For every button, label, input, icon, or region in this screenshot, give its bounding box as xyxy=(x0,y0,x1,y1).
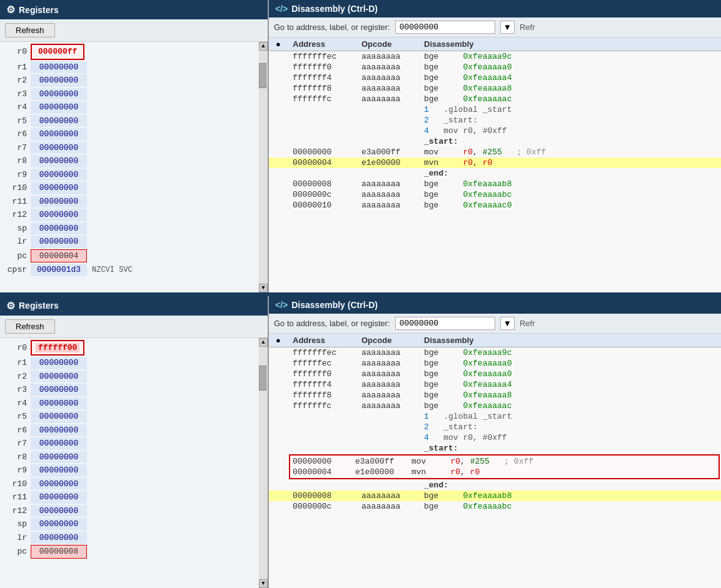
bottom-reg-scrollbar[interactable]: ▲ ▼ xyxy=(259,338,268,589)
bottom-reg-lr: lr 00000000 xyxy=(0,531,259,545)
bottom-reg-scroll-up[interactable]: ▲ xyxy=(259,338,268,347)
top-reg-name-lr: lr xyxy=(3,236,31,248)
bottom-reg-val-r7: 00000000 xyxy=(31,437,87,450)
top-disasm-header: </> Disassembly (Ctrl-D) xyxy=(269,0,721,17)
top-reg-scrollbar[interactable]: ▲ ▼ xyxy=(259,42,268,292)
bottom-reg-val-r5: 00000000 xyxy=(31,411,87,423)
bottom-reg-val-r8: 00000000 xyxy=(31,451,87,464)
bottom-reg-r11: r11 00000000 xyxy=(0,491,259,504)
top-refresh-button[interactable]: Refresh xyxy=(5,23,55,37)
top-label-1: 1 .global _start xyxy=(419,104,721,115)
top-reg-name-pc: pc xyxy=(3,250,31,262)
bottom-disasm-icon: </> xyxy=(275,300,288,310)
bottom-reg-r7: r7 00000000 xyxy=(0,437,259,451)
bottom-registers-title: Registers xyxy=(19,301,59,311)
top-reg-val-r4: 00000000 xyxy=(31,101,87,114)
top-reg-name-r12: r12 xyxy=(3,209,31,221)
bottom-reg-r5: r5 00000000 xyxy=(0,410,259,424)
table-row: fffffff0 aaaaaaaa bge 0xfeaaaaa0 xyxy=(269,369,721,379)
top-reg-r5: r5 00000000 xyxy=(0,114,259,128)
bottom-disassembly-panel: </> Disassembly (Ctrl-D) Go to address, … xyxy=(269,296,721,589)
top-row-addr: fffffff0 xyxy=(288,62,356,72)
top-row-addr: fffffff8 xyxy=(288,83,356,94)
bottom-disasm-toolbar: Go to address, label, or register: ▼ Ref… xyxy=(269,314,721,334)
top-reg-scroll-up[interactable]: ▲ xyxy=(259,42,268,51)
bottom-goto-dropdown[interactable]: ▼ xyxy=(500,317,515,330)
bottom-register-list: r0 ffffff00 r1 00000000 r2 00000000 xyxy=(0,338,259,589)
top-reg-r6: r6 00000000 xyxy=(0,127,259,141)
bottom-reg-name-r0: r0 xyxy=(3,342,31,354)
top-reg-r3: r3 00000000 xyxy=(0,87,259,101)
top-row-bp xyxy=(269,94,288,104)
bottom-label-1: 1 .global _start xyxy=(419,411,721,422)
top-reg-r0: r0 000000ff xyxy=(0,43,259,61)
top-row-opcode: aaaaaaaa xyxy=(356,62,419,72)
bottom-reg-val-r9: 00000000 xyxy=(31,464,87,477)
top-label-2: 2 _start: xyxy=(419,115,721,126)
top-row-bp xyxy=(269,179,288,189)
bottom-end-label: _end: xyxy=(419,480,721,491)
top-reg-val-r9: 00000000 xyxy=(31,169,87,181)
bottom-reg-r0: r0 ffffff00 xyxy=(0,339,259,357)
bottom-registers-header: ⚙ Registers xyxy=(0,296,268,316)
top-row-bp xyxy=(269,62,288,72)
top-row-addr: fffffffc xyxy=(288,94,356,104)
registers-icon: ⚙ xyxy=(6,4,15,16)
table-row: fffffff8 aaaaaaaa bge 0xfeaaaaa8 xyxy=(269,390,721,401)
bottom-registers-scroll: r0 ffffff00 r1 00000000 r2 00000000 xyxy=(0,338,268,589)
bottom-reg-name-r10: r10 xyxy=(3,478,31,491)
table-row: fffffff4 aaaaaaaa bge 0xfeaaaaa4 xyxy=(269,379,721,390)
bottom-refresh-button[interactable]: Refresh xyxy=(5,319,55,334)
top-reg-r4: r4 00000000 xyxy=(0,101,259,114)
top-row-bp xyxy=(269,200,288,211)
top-registers-scroll: r0 000000ff r1 00000000 r2 00000000 xyxy=(0,42,268,292)
top-row-opcode: aaaaaaaa xyxy=(356,189,419,200)
top-row-addr: 00000000 xyxy=(288,147,356,157)
bottom-pane: ⚙ Registers Refresh r0 ffffff00 xyxy=(0,296,721,589)
top-reg-scroll-down[interactable]: ▼ xyxy=(259,284,268,292)
bottom-label-2: 2 _start: xyxy=(419,422,721,432)
top-row-opcode: e3a000ff xyxy=(356,147,419,157)
top-reg-r8: r8 00000000 xyxy=(0,154,259,168)
bottom-reg-name-lr: lr xyxy=(3,532,31,544)
label-row: 1 .global _start xyxy=(269,411,721,422)
top-reg-r2: r2 00000000 xyxy=(0,74,259,87)
bottom-goto-input[interactable] xyxy=(395,317,495,330)
bottom-row-bp xyxy=(269,454,288,480)
top-label-4: 4 mov r0, #0xff xyxy=(419,126,721,136)
bottom-reg-name-sp: sp xyxy=(3,518,31,531)
top-row-opcode: aaaaaaaa xyxy=(356,94,419,104)
bottom-disasm-col-addr: Address xyxy=(288,334,356,347)
top-row-disasm: bge 0xfeaaaab8 xyxy=(419,179,721,189)
top-reg-r9: r9 00000000 xyxy=(0,168,259,182)
bottom-reg-val-r3: 00000000 xyxy=(31,384,87,396)
top-row-bp xyxy=(269,83,288,94)
bottom-reg-val-r2: 00000000 xyxy=(31,371,87,383)
top-start-label: _start: xyxy=(419,136,721,147)
top-reg-scroll-thumb[interactable] xyxy=(259,63,266,88)
top-reg-val-cpsr: 0000001d3 xyxy=(31,264,87,276)
bottom-reg-scroll-thumb[interactable] xyxy=(259,366,266,391)
top-reg-val-r0: 000000ff xyxy=(36,47,79,56)
bottom-reg-scroll-down[interactable]: ▼ xyxy=(259,579,268,588)
top-reg-name-r5: r5 xyxy=(3,115,31,127)
bottom-reg-name-r8: r8 xyxy=(3,451,31,464)
bottom-reg-r2: r2 00000000 xyxy=(0,370,259,384)
table-row-highlighted: 00000004 e1e00000 mvn r0, r0 xyxy=(269,157,721,168)
top-reg-r10: r10 00000000 xyxy=(0,181,259,195)
top-registers-panel: ⚙ Registers Refresh r0 000000ff xyxy=(0,0,269,292)
top-goto-dropdown[interactable]: ▼ xyxy=(500,21,515,34)
main-container: ⚙ Registers Refresh r0 000000ff xyxy=(0,0,721,588)
top-reg-val-r2: 00000000 xyxy=(31,74,87,87)
top-goto-input[interactable] xyxy=(395,21,495,34)
top-row-addr: 0000000c xyxy=(288,189,356,200)
top-reg-r12: r12 00000000 xyxy=(0,208,259,222)
table-row-outlined-mov: 00000000 e3a000ff mov r0, #255 ; 0xff 00… xyxy=(269,454,721,480)
top-reg-name-sp: sp xyxy=(3,222,31,235)
top-reg-val-r10: 00000000 xyxy=(31,182,87,194)
table-row: fffffff8 aaaaaaaa bge 0xfeaaaaa8 xyxy=(269,83,721,94)
bottom-reg-val-lr: 00000000 xyxy=(31,532,87,544)
top-reg-val-r12: 00000000 xyxy=(31,209,87,221)
top-reg-sp: sp 00000000 xyxy=(0,222,259,236)
bottom-reg-r10: r10 00000000 xyxy=(0,477,259,491)
